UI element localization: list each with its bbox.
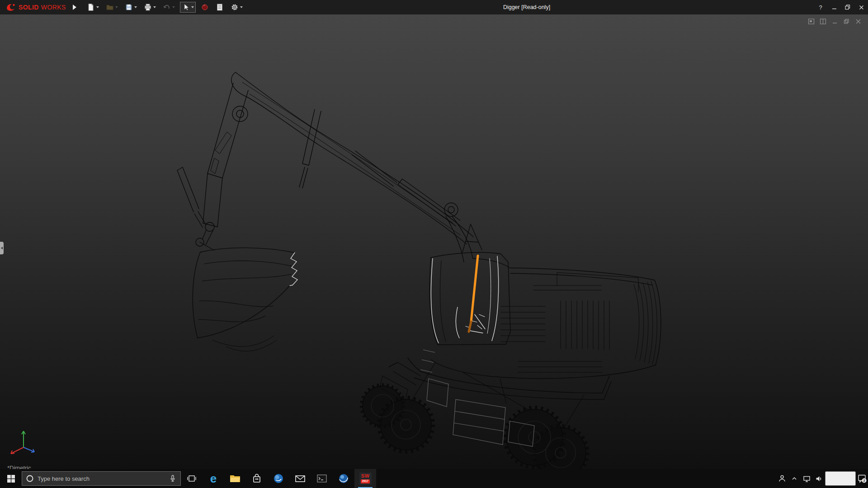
titlebar: SOLIDWORKS: [0, 0, 868, 14]
save-icon: [125, 3, 133, 11]
ds-logo-icon: [5, 3, 16, 12]
action-center-icon: 2: [857, 474, 867, 483]
chevron-down-icon: [134, 6, 137, 8]
pane-icon: [808, 18, 815, 25]
mail-envelope-icon: [294, 473, 306, 484]
highlighted-cab-strut: [469, 256, 478, 332]
command-prompt-taskbar-button[interactable]: [311, 469, 333, 488]
chevron-down-icon: [153, 6, 156, 8]
child-minimize-button[interactable]: [831, 18, 838, 25]
quick-access-toolbar: [85, 2, 245, 13]
chevron-down-icon: [115, 6, 118, 8]
undo-button[interactable]: [161, 2, 177, 13]
split-pane-icon: [820, 18, 826, 25]
volume-icon: [815, 474, 823, 483]
minimize-icon: [831, 18, 838, 25]
network-icon: [802, 474, 811, 483]
action-center-button[interactable]: 2: [856, 469, 868, 488]
chevron-down-icon: [96, 6, 99, 8]
chevron-up-icon: [791, 475, 798, 482]
child-close-button[interactable]: [854, 18, 862, 25]
sphere-app-taskbar-button[interactable]: [333, 469, 354, 488]
options-gear-icon: [231, 3, 239, 11]
network-button[interactable]: [801, 469, 813, 488]
save-button[interactable]: [123, 2, 139, 13]
people-icon: [778, 474, 787, 483]
clock-date: 7/11/2018: [830, 479, 851, 485]
svg-text:e: e: [210, 472, 217, 485]
blue-circle-app-icon: [273, 473, 284, 484]
wireframe-excavator-model: [0, 14, 868, 469]
taskbar-search[interactable]: [22, 471, 181, 486]
restore-button[interactable]: [841, 0, 854, 14]
view-orientation-label: *Dimetric: [7, 465, 31, 469]
command-prompt-icon: [316, 473, 328, 484]
chevron-left-icon: [1, 247, 3, 249]
sphere-app-icon: [338, 473, 349, 484]
print-button[interactable]: [142, 2, 158, 13]
store-taskbar-button[interactable]: [246, 469, 268, 488]
document-title: Digger [Read-only]: [503, 0, 550, 14]
brand-solid: SOLID: [19, 4, 39, 11]
people-button[interactable]: [776, 469, 788, 488]
file-explorer-taskbar-button[interactable]: [224, 469, 246, 488]
close-icon: [859, 5, 864, 10]
new-document-button[interactable]: [85, 2, 101, 13]
edge-icon: e: [207, 472, 220, 485]
start-button[interactable]: [0, 469, 22, 488]
open-button[interactable]: [104, 2, 120, 13]
taskbar-clock[interactable]: 3:00 PM 7/11/2018: [825, 471, 856, 486]
edge-taskbar-button[interactable]: e: [203, 469, 224, 488]
store-bag-icon: [251, 473, 263, 484]
notification-badge: 2: [863, 479, 865, 483]
select-tool-button[interactable]: [180, 2, 196, 13]
viewport-pane-button[interactable]: [807, 18, 815, 25]
task-view-button[interactable]: [181, 469, 203, 488]
clock-time: 3:00 PM: [830, 472, 851, 479]
chevron-down-icon: [240, 6, 243, 8]
rebuild-sphere-icon: [201, 3, 209, 11]
system-tray: 3:00 PM 7/11/2018 2: [776, 469, 868, 488]
help-button[interactable]: ?: [814, 0, 827, 14]
show-hidden-icons-button[interactable]: [788, 469, 801, 488]
help-label: ?: [819, 4, 822, 11]
print-icon: [144, 3, 152, 11]
child-restore-button[interactable]: [843, 18, 850, 25]
rebuild-button[interactable]: [199, 2, 211, 13]
panel-flyout-tab[interactable]: [0, 242, 4, 254]
document-window-controls: [807, 18, 862, 25]
orientation-triad: [5, 426, 42, 457]
microphone-icon[interactable]: [169, 474, 177, 483]
graphics-viewport[interactable]: *Dimetric: [0, 14, 868, 469]
new-document-icon: [87, 3, 95, 11]
file-properties-button[interactable]: [214, 2, 226, 13]
minimize-button[interactable]: [827, 0, 841, 14]
solidworks-2017-icon: SW 2017: [359, 473, 372, 485]
select-cursor-icon: [182, 3, 190, 11]
open-folder-icon: [106, 3, 114, 11]
undo-icon: [163, 3, 171, 11]
close-button[interactable]: [854, 0, 868, 14]
window-controls: ?: [814, 0, 868, 14]
blue-circle-app-button[interactable]: [268, 469, 289, 488]
options-button[interactable]: [229, 2, 245, 13]
solidworks-window: SOLIDWORKS: [0, 0, 868, 488]
file-properties-icon: [216, 3, 224, 11]
viewport-split-button[interactable]: [819, 18, 826, 25]
flyout-triangle-icon: [73, 5, 76, 10]
chevron-down-icon: [191, 6, 194, 8]
solidworks-taskbar-button[interactable]: SW 2017: [354, 469, 376, 488]
search-input[interactable]: [38, 475, 165, 482]
windows-logo-icon: [7, 475, 15, 483]
sw-year: 2017: [361, 479, 370, 483]
restore-icon: [845, 5, 850, 10]
restore-icon: [843, 18, 850, 25]
sw-letters: SW: [361, 474, 370, 479]
brand-works: WORKS: [41, 4, 66, 11]
mail-taskbar-button[interactable]: [289, 469, 311, 488]
task-view-icon: [187, 474, 197, 483]
volume-button[interactable]: [813, 469, 825, 488]
close-icon: [855, 18, 862, 25]
cortana-icon: [26, 474, 34, 483]
menu-flyout-arrow[interactable]: [71, 2, 79, 12]
